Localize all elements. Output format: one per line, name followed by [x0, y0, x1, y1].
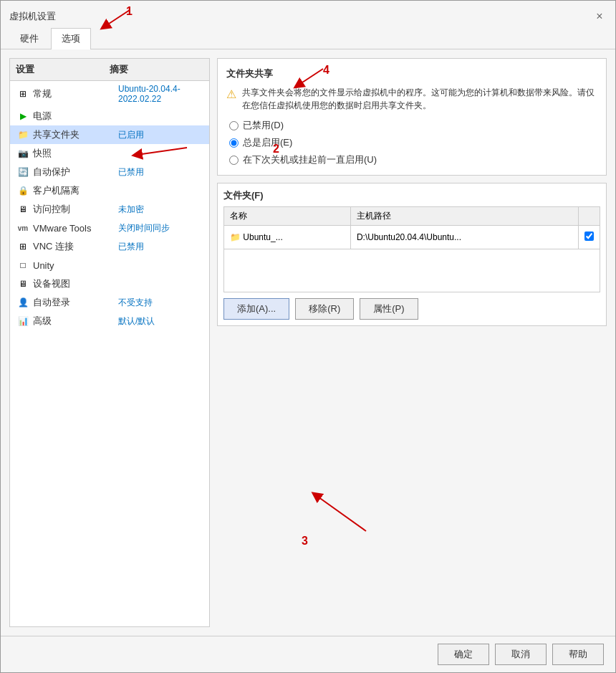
bottom-bar: 确定 取消 帮助: [1, 636, 615, 672]
folder-share-title: 文件夹共享: [226, 67, 597, 80]
folder-row-icon: 📁: [230, 232, 241, 242]
advanced-icon: 📊: [16, 316, 30, 326]
folder-table: 名称 主机路径 📁 Ubuntu_... D:\Ubuntu20.04.4\Ub…: [223, 206, 600, 292]
list-item-unity[interactable]: □ Unity: [10, 256, 209, 275]
warning-box: ⚠ 共享文件夹会将您的文件显示给虚拟机中的程序。这可能为您的计算机和数据带来风险…: [226, 86, 597, 112]
radio-disabled[interactable]: 已禁用(D): [229, 119, 597, 132]
vnc-icon: ⊞: [16, 242, 30, 252]
folder-check-cell[interactable]: [579, 226, 600, 249]
radio-disabled-input[interactable]: [229, 121, 239, 130]
list-item-power[interactable]: ▶ 电源: [10, 107, 209, 125]
list-item-vmware-tools[interactable]: vm VMware Tools 关闭时间同步: [10, 219, 209, 237]
main-content: 设置 摘要 ⊞ 常规 Ubuntu-20.04.4-2022.02.22 ▶ 电…: [1, 49, 615, 636]
general-icon: ⊞: [16, 89, 30, 99]
properties-button[interactable]: 属性(P): [360, 298, 418, 320]
table-row[interactable]: 📁 Ubuntu_... D:\Ubuntu20.04.4\Ubuntu...: [224, 226, 600, 249]
list-item-autologin[interactable]: 👤 自动登录 不受支持: [10, 293, 209, 312]
radio-next-power-label: 在下次关机或挂起前一直启用(U): [243, 153, 377, 166]
tab-bar: 硬件 选项: [1, 28, 615, 49]
autologin-icon: 👤: [16, 297, 30, 307]
radio-always-input[interactable]: [229, 138, 239, 148]
list-item-isolation[interactable]: 🔒 客户机隔离: [10, 181, 209, 200]
folder-row-name: Ubuntu_...: [243, 232, 282, 242]
isolation-icon: 🔒: [16, 186, 30, 196]
list-item-general[interactable]: ⊞ 常规 Ubuntu-20.04.4-2022.02.22: [10, 81, 209, 107]
window-title: 虚拟机设置: [9, 10, 56, 23]
radio-next-power-input[interactable]: [229, 156, 239, 165]
warning-text: 共享文件夹会将您的文件显示给虚拟机中的程序。这可能为您的计算机和数据带来风险。请…: [242, 86, 597, 112]
cancel-button[interactable]: 取消: [495, 644, 547, 665]
radio-group: 已禁用(D) 总是启用(E) 在下次关机或挂起前一直启用(U): [226, 119, 597, 166]
remove-button[interactable]: 移除(R): [295, 298, 354, 320]
right-panel: 文件夹共享 ⚠ 共享文件夹会将您的文件显示给虚拟机中的程序。这可能为您的计算机和…: [217, 58, 607, 627]
power-icon: ▶: [16, 111, 30, 121]
list-item-vnc[interactable]: ⊞ VNC 连接 已禁用: [10, 237, 209, 256]
device-view-icon: 🖥: [16, 279, 30, 289]
vmware-tools-icon: vm: [16, 224, 30, 232]
header-name: 设置: [16, 63, 110, 76]
radio-always-label: 总是启用(E): [243, 136, 292, 149]
folder-enabled-checkbox[interactable]: [584, 232, 594, 241]
col-header-path: 主机路径: [350, 207, 578, 226]
list-item-access-control[interactable]: 🖥 访问控制 未加密: [10, 200, 209, 219]
radio-next-power[interactable]: 在下次关机或挂起前一直启用(U): [229, 153, 597, 166]
tab-hardware[interactable]: 硬件: [9, 28, 49, 49]
folder-table-title: 文件夹(F): [223, 189, 600, 202]
radio-disabled-label: 已禁用(D): [243, 119, 284, 132]
snapshot-icon: 📷: [16, 148, 30, 158]
list-item-device-view[interactable]: 🖥 设备视图: [10, 275, 209, 293]
access-control-icon: 🖥: [16, 204, 30, 214]
folder-table-section: 文件夹(F) 名称 主机路径 📁 Ubuntu_...: [217, 183, 607, 326]
radio-always[interactable]: 总是启用(E): [229, 136, 597, 149]
col-header-name: 名称: [224, 207, 351, 226]
tab-options[interactable]: 选项: [51, 28, 91, 49]
shared-folder-icon: 📁: [16, 130, 30, 140]
list-item-shared-folders[interactable]: 📁 共享文件夹 已启用: [10, 125, 209, 144]
main-window: 虚拟机设置 × 硬件 选项 设置 摘要 ⊞ 常规 Ubuntu-20.04.4-…: [0, 0, 616, 673]
close-button[interactable]: ×: [592, 9, 607, 24]
folder-path-cell: D:\Ubuntu20.04.4\Ubuntu...: [350, 226, 578, 249]
warning-icon: ⚠: [226, 87, 236, 112]
folder-name-cell: 📁 Ubuntu_...: [224, 226, 351, 249]
folder-share-section: 文件夹共享 ⚠ 共享文件夹会将您的文件显示给虚拟机中的程序。这可能为您的计算机和…: [217, 58, 607, 176]
left-panel: 设置 摘要 ⊞ 常规 Ubuntu-20.04.4-2022.02.22 ▶ 电…: [9, 58, 210, 627]
col-header-check: [579, 207, 600, 226]
autoprotect-icon: 🔄: [16, 167, 30, 177]
list-item-snapshot[interactable]: 📷 快照: [10, 144, 209, 163]
list-item-advanced[interactable]: 📊 高级 默认/默认: [10, 312, 209, 330]
folder-buttons: 添加(A)... 移除(R) 属性(P): [223, 298, 600, 320]
list-item-autoprotect[interactable]: 🔄 自动保护 已禁用: [10, 163, 209, 181]
add-button[interactable]: 添加(A)...: [223, 298, 289, 320]
header-summary: 摘要: [110, 63, 203, 76]
list-header: 设置 摘要: [10, 59, 209, 81]
unity-icon: □: [16, 260, 30, 270]
title-bar: 虚拟机设置 ×: [1, 1, 615, 27]
help-button[interactable]: 帮助: [552, 644, 604, 665]
ok-button[interactable]: 确定: [438, 644, 489, 665]
